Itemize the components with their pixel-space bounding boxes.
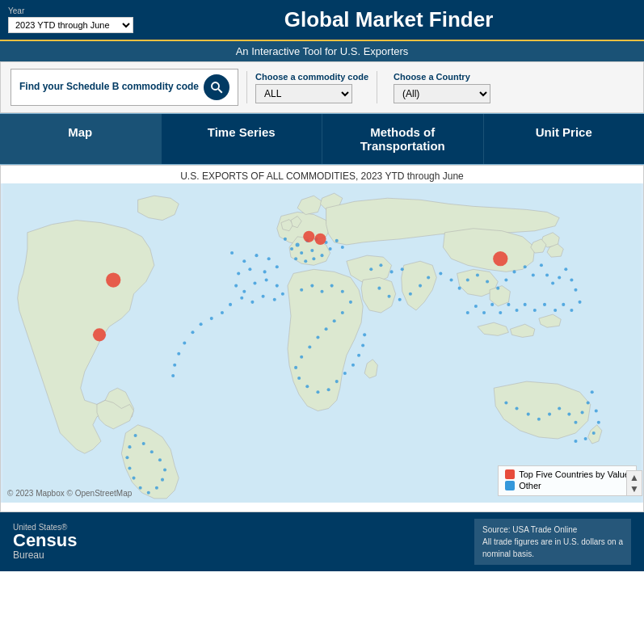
svg-point-8 [300,251,303,255]
map-copyright: © 2023 Mapbox © OpenStreetMap [7,489,132,498]
svg-point-127 [262,295,265,298]
svg-point-59 [466,311,469,314]
svg-point-85 [150,450,154,453]
svg-point-132 [210,317,213,320]
svg-point-94 [125,456,128,459]
svg-point-21 [401,267,404,271]
svg-point-87 [163,468,166,471]
svg-point-35 [504,278,507,281]
svg-point-61 [310,284,314,288]
svg-point-30 [458,287,461,290]
svg-point-141 [303,231,314,242]
svg-point-95 [128,445,131,448]
svg-point-39 [540,263,543,267]
svg-point-22 [377,287,381,290]
svg-point-13 [341,246,344,249]
svg-point-74 [305,385,309,388]
svg-point-104 [581,411,584,415]
svg-point-20 [390,270,394,273]
svg-point-33 [486,280,489,284]
svg-point-55 [499,311,502,314]
map-title: U.S. EXPORTS OF ALL COMMODITIES, 2023 YT… [1,166,643,183]
footer-source-line2: All trade figures are in U.S. dollars on… [482,536,623,548]
legend-scroll-controls[interactable]: ▲ ▼ [626,470,642,496]
year-selector[interactable]: Year 2023 YTD through June202220212020 [8,6,133,33]
svg-point-31 [466,278,469,281]
svg-point-126 [273,298,276,301]
svg-point-63 [330,284,334,288]
map-container[interactable]: © 2023 Mapbox © OpenStreetMap Top Five C… [1,183,643,503]
svg-point-139 [106,272,120,287]
svg-point-67 [333,319,336,322]
svg-point-97 [516,407,519,410]
commodity-label: Choose a commodity code [255,72,368,82]
header-section: Year 2023 YTD through June202220212020 G… [0,0,644,61]
svg-point-114 [255,254,258,257]
svg-point-24 [398,298,402,301]
tab-unit-price[interactable]: Unit Price [484,114,645,164]
svg-point-23 [388,295,391,298]
svg-point-19 [379,263,382,267]
header-subtitle: An Interactive Tool for U.S. Exporters [0,40,644,61]
svg-point-0 [212,82,219,90]
svg-point-131 [221,311,224,314]
tab-map[interactable]: Map [0,114,162,164]
footer-source-line1: Source: USA Trade Online [482,524,623,536]
svg-point-93 [128,466,131,469]
svg-point-27 [427,276,430,279]
find-schedule-button[interactable]: Find your Schedule B commodity code [11,69,238,106]
svg-point-142 [314,234,326,245]
svg-point-25 [409,293,412,296]
svg-point-75 [316,390,319,394]
svg-point-28 [439,271,442,275]
search-icon [204,74,229,100]
year-label: Year [8,6,133,15]
svg-point-143 [493,251,507,266]
app-title: Global Market Finder [141,7,636,32]
svg-point-96 [504,401,507,404]
svg-point-76 [327,388,330,391]
svg-point-32 [476,273,479,276]
tab-methods-transport[interactable]: Methods of Transportation [322,114,484,164]
svg-point-72 [294,366,297,369]
svg-point-137 [173,364,176,367]
svg-point-42 [558,276,561,279]
country-select[interactable]: (All)CanadaMexicoChina [394,84,490,103]
scroll-down-icon[interactable]: ▼ [629,483,639,495]
svg-point-29 [450,278,453,281]
svg-point-117 [263,270,267,273]
svg-point-79 [351,364,355,367]
svg-point-49 [554,309,557,312]
footer-source-line3: nominal basis. [482,548,623,560]
svg-point-18 [369,267,373,271]
svg-point-17 [294,257,297,260]
svg-point-58 [474,305,478,308]
svg-point-64 [341,290,344,293]
svg-point-111 [574,440,577,443]
svg-point-56 [490,303,494,306]
world-map-svg [1,183,643,503]
svg-point-113 [242,259,246,263]
svg-point-136 [177,352,180,356]
country-selector: Choose a Country (All)CanadaMexicoChina [394,72,490,103]
svg-point-86 [158,458,162,461]
svg-point-108 [597,421,600,424]
commodity-select[interactable]: ALL010203 [255,84,352,103]
svg-point-52 [524,303,527,306]
tab-time-series[interactable]: Time Series [162,114,323,164]
country-label: Choose a Country [394,72,490,82]
svg-point-115 [267,257,271,260]
svg-point-106 [591,390,594,394]
find-schedule-label: Find your Schedule B commodity code [19,81,199,94]
map-area: U.S. EXPORTS OF ALL COMMODITIES, 2023 YT… [0,165,644,512]
footer-census: Census [13,532,77,549]
svg-point-105 [587,401,590,404]
year-select[interactable]: 2023 YTD through June202220212020 [8,17,133,33]
scroll-up-icon[interactable]: ▲ [629,472,639,483]
commodity-selector: Choose a commodity code ALL010203 [255,72,368,103]
svg-point-92 [133,477,136,480]
svg-point-133 [200,322,203,326]
svg-point-124 [276,284,279,288]
svg-point-82 [363,333,366,336]
svg-point-70 [308,346,311,349]
